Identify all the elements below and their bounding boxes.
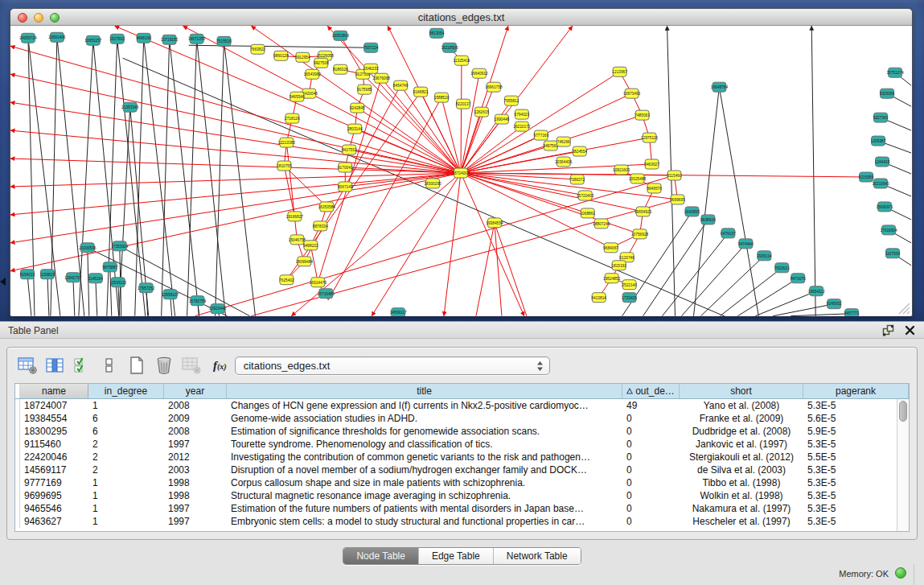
graph-edge[interactable]	[811, 26, 815, 315]
tab-edge-table[interactable]: Edge Table	[419, 548, 494, 564]
graph-node[interactable]: 8878334	[313, 221, 328, 231]
table-cell[interactable]: Stergiakouli et al. (2012)	[680, 451, 803, 463]
graph-node[interactable]: 9927508	[314, 58, 329, 68]
new-table-button[interactable]	[126, 355, 147, 376]
graph-node[interactable]: 16053809	[332, 31, 350, 40]
graph-edge[interactable]	[27, 274, 31, 316]
graph-node[interactable]: 16961758	[485, 82, 503, 92]
table-cell[interactable]: 2	[88, 463, 164, 476]
table-cell[interactable]: 49	[622, 399, 680, 412]
table-cell[interactable]: 18724007	[20, 399, 88, 412]
network-window-titlebar[interactable]: citations_edges.txt	[10, 9, 912, 26]
table-cell[interactable]: Wolkin et al. (1998)	[680, 489, 803, 502]
graph-node[interactable]: 18807249	[593, 219, 610, 229]
graph-node[interactable]: 9175685	[357, 84, 372, 94]
table-row[interactable]: 1456911722003Disruption of a novel membe…	[15, 463, 909, 476]
table-cell[interactable]: Genome-wide association studies in ADHD.	[227, 412, 622, 425]
graph-node[interactable]: 17016504	[880, 225, 897, 235]
graph-edge[interactable]	[187, 39, 197, 315]
graph-edge[interactable]	[719, 87, 758, 315]
table-cell[interactable]: 9699695	[20, 489, 88, 502]
graph-edge[interactable]	[791, 314, 852, 316]
graph-node[interactable]: 8813054	[429, 28, 445, 38]
graph-node[interactable]: 1145194	[88, 274, 104, 283]
graph-edge[interactable]	[643, 220, 708, 316]
table-cell[interactable]: Yano et al. (2008)	[680, 399, 803, 412]
graph-edge[interactable]	[737, 278, 798, 316]
graph-edge[interactable]	[476, 223, 495, 316]
graph-node[interactable]: 9146821	[413, 87, 429, 97]
graph-node[interactable]: 2718126	[285, 113, 300, 123]
graph-node[interactable]: 8186328	[333, 64, 348, 74]
graph-node[interactable]: 12213383	[278, 138, 296, 147]
graph-node[interactable]: 16640910	[470, 68, 488, 78]
graph-node[interactable]: 8427552	[342, 145, 357, 154]
graph-edge[interactable]	[170, 39, 199, 315]
graph-edge[interactable]	[251, 200, 677, 316]
graph-node[interactable]: 10025488	[629, 174, 647, 183]
table-panel-header[interactable]: Table Panel	[0, 321, 924, 339]
graph-node[interactable]: 1209387	[871, 136, 886, 146]
table-cell[interactable]: Dudbridge et al. (2008)	[680, 425, 803, 438]
graph-node[interactable]: 2935114	[757, 251, 772, 261]
table-cell[interactable]: 0	[622, 489, 680, 502]
close-panel-icon[interactable]	[904, 324, 916, 336]
table-cell[interactable]: 5.3E-5	[803, 463, 909, 476]
row-options-button[interactable]	[99, 355, 120, 376]
graph-node[interactable]: 746266	[556, 137, 570, 146]
graph-node[interactable]: 16543982	[304, 69, 322, 79]
graph-node[interactable]: 15716485	[318, 289, 335, 299]
table-cell[interactable]: 1	[88, 515, 164, 528]
graph-node[interactable]: 15751074	[886, 68, 904, 77]
graph-edge[interactable]	[755, 291, 816, 316]
graph-edge[interactable]	[357, 108, 461, 173]
graph-node[interactable]: 9463627	[644, 159, 659, 169]
table-cell[interactable]: 0	[622, 502, 680, 515]
graph-node[interactable]: 9699695	[670, 195, 685, 204]
graph-node[interactable]: 10958107	[162, 290, 179, 299]
table-cell[interactable]: 1997	[164, 515, 227, 528]
table-cell[interactable]: 1998	[164, 476, 227, 489]
show-columns-button[interactable]	[44, 355, 65, 376]
graph-node[interactable]: 9457771	[844, 309, 860, 316]
table-cell[interactable]: 0	[622, 438, 680, 451]
graph-node[interactable]: 8220137	[456, 99, 471, 109]
graph-node[interactable]: 9154013	[20, 270, 35, 279]
table-cell[interactable]: 1	[88, 476, 164, 489]
delete-table-button[interactable]	[154, 355, 175, 376]
resize-grip-icon[interactable]	[896, 300, 910, 315]
table-cell[interactable]: Jankovic et al. (1997)	[680, 438, 803, 451]
table-cell[interactable]: Hescheler et al. (1997)	[680, 515, 803, 528]
table-cell[interactable]: 5.5E-5	[803, 451, 909, 463]
graph-node[interactable]: 8938924	[700, 215, 716, 225]
table-scrollbar[interactable]	[897, 399, 909, 531]
table-cell[interactable]: Corpus callosum shape and size in male p…	[227, 476, 622, 489]
graph-node[interactable]: 1990448	[495, 114, 510, 124]
table-cell[interactable]: 2009	[164, 412, 227, 425]
table-mode-button[interactable]	[17, 355, 38, 376]
graph-node[interactable]: 9860128	[273, 51, 289, 60]
table-cell[interactable]: 5.3E-5	[803, 515, 909, 528]
table-cell[interactable]: 22420046	[20, 451, 88, 463]
table-cell[interactable]: Estimation of the future numbers of pati…	[227, 502, 622, 515]
graph-node[interactable]: 20200536	[79, 243, 97, 253]
graph-node[interactable]: 7515526	[216, 36, 232, 46]
table-cell[interactable]: Franke et al. (2009)	[680, 412, 803, 425]
graph-node[interactable]: 1733426	[622, 293, 637, 303]
graph-node[interactable]: 2803144	[347, 124, 363, 134]
table-cell[interactable]: 1	[88, 502, 164, 515]
graph-node[interactable]: 17353924	[111, 241, 129, 251]
graph-edge[interactable]	[773, 304, 834, 316]
table-cell[interactable]: Disruption of a novel member of a sodium…	[227, 463, 622, 476]
table-cell[interactable]: 5.3E-5	[803, 502, 909, 515]
table-selector-dropdown[interactable]: citations_edges.txt	[235, 356, 550, 375]
table-cell[interactable]: 2003	[164, 463, 227, 476]
graph-node[interactable]: 21053346	[121, 102, 139, 112]
graph-node[interactable]: 15720403	[577, 191, 594, 200]
graph-edge[interactable]	[216, 41, 224, 315]
table-cell[interactable]: Estimation of significance thresholds fo…	[227, 425, 622, 438]
graph-node[interactable]: 8466160	[136, 33, 151, 43]
table-cell[interactable]: 2012	[164, 451, 227, 463]
graph-node[interactable]: 15692971	[876, 202, 893, 212]
graph-node[interactable]: 10973493	[623, 89, 641, 98]
